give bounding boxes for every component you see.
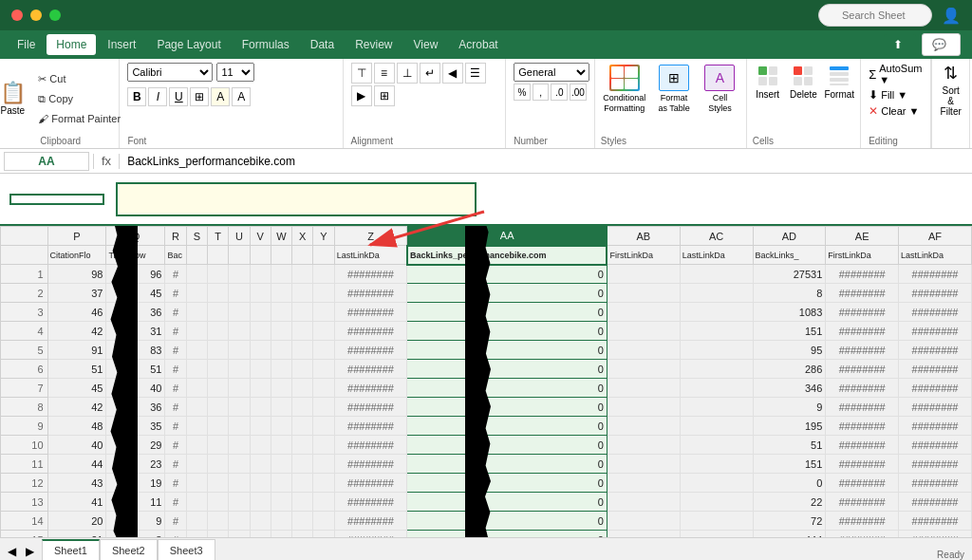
cell-AF-6[interactable]: ########: [899, 379, 972, 398]
cell-P-8[interactable]: 48: [47, 417, 106, 436]
cell-V-12[interactable]: [250, 493, 271, 512]
cell-Y-4[interactable]: [313, 341, 334, 360]
cell-V-11[interactable]: [250, 474, 271, 493]
cell-Q-10[interactable]: 23: [106, 455, 165, 474]
cell-S-6[interactable]: [186, 379, 207, 398]
col-header-X[interactable]: X: [292, 227, 313, 246]
bold-button[interactable]: B: [127, 87, 146, 106]
cell-AF-13[interactable]: ########: [899, 512, 972, 531]
cell-AD-5[interactable]: 286: [753, 360, 826, 379]
col-header-R[interactable]: R: [165, 227, 186, 246]
cell-AF-3[interactable]: ########: [899, 322, 972, 341]
cell-P-6[interactable]: 45: [47, 379, 106, 398]
close-btn[interactable]: [11, 9, 23, 21]
cell-Y-9[interactable]: [313, 436, 334, 455]
cell-T-5[interactable]: [207, 360, 228, 379]
cell-AF-7[interactable]: ########: [899, 398, 972, 417]
cell-V-8[interactable]: [250, 417, 271, 436]
cell-T-1[interactable]: [207, 284, 228, 303]
cell-AF-1[interactable]: ########: [899, 284, 972, 303]
col-header-AA[interactable]: AA: [407, 227, 608, 246]
cell-W-9[interactable]: [271, 436, 291, 455]
cell-U-8[interactable]: [229, 417, 250, 436]
cell-Z-0[interactable]: ########: [334, 265, 407, 284]
cell-Z-14[interactable]: ########: [334, 531, 407, 538]
cell-P-13[interactable]: 20: [47, 512, 106, 531]
cell-U-4[interactable]: [229, 341, 250, 360]
clear-button[interactable]: ✕ Clear ▼: [869, 104, 923, 118]
cell-AA-2[interactable]: 0: [407, 303, 608, 322]
cell-AD-12[interactable]: 22: [753, 493, 826, 512]
cell-AB-14[interactable]: [607, 531, 680, 538]
cell-T-7[interactable]: [207, 398, 228, 417]
cell-X-2[interactable]: [292, 303, 313, 322]
sort-filter-icon[interactable]: ⇅: [944, 63, 958, 84]
align-right-button[interactable]: ▶: [351, 85, 372, 106]
search-input[interactable]: [818, 4, 932, 27]
cell-R-3[interactable]: #: [165, 322, 186, 341]
user-icon[interactable]: 👤: [942, 7, 961, 25]
cell-Q-0[interactable]: 96: [106, 265, 165, 284]
cell-Y-1[interactable]: [313, 284, 334, 303]
copy-button[interactable]: ⧉ Copy: [33, 90, 125, 108]
cell-T-9[interactable]: [207, 436, 228, 455]
cell-AD-10[interactable]: 151: [753, 455, 826, 474]
cell-W-5[interactable]: [271, 360, 291, 379]
cell-P-10[interactable]: 44: [47, 455, 106, 474]
table-row[interactable]: 14209#########072################: [1, 512, 972, 531]
delete-button[interactable]: Delete: [789, 63, 819, 100]
cell-U-13[interactable]: [229, 512, 250, 531]
cell-AE-7[interactable]: ########: [826, 398, 899, 417]
minimize-btn[interactable]: [30, 9, 42, 21]
cell-AA-4[interactable]: 0: [407, 341, 608, 360]
cell-AD-14[interactable]: 444: [753, 531, 826, 538]
cell-Q-12[interactable]: 11: [106, 493, 165, 512]
cell-X-9[interactable]: [292, 436, 313, 455]
cell-AD-3[interactable]: 151: [753, 322, 826, 341]
cell-Q-5[interactable]: 51: [106, 360, 165, 379]
cell-T-12[interactable]: [207, 493, 228, 512]
cell-Q-1[interactable]: 45: [106, 284, 165, 303]
cell-AE-8[interactable]: ########: [826, 417, 899, 436]
cell-Z-13[interactable]: ########: [334, 512, 407, 531]
align-left-button[interactable]: ◀: [442, 63, 463, 84]
cell-AC-11[interactable]: [680, 474, 753, 493]
cell-AC-12[interactable]: [680, 493, 753, 512]
cell-S-13[interactable]: [186, 512, 207, 531]
cell-AD-7[interactable]: 9: [753, 398, 826, 417]
cell-AF-2[interactable]: ########: [899, 303, 972, 322]
cell-Z-8[interactable]: ########: [334, 417, 407, 436]
cell-AC-5[interactable]: [680, 360, 753, 379]
cell-R-5[interactable]: #: [165, 360, 186, 379]
cell-Y-11[interactable]: [313, 474, 334, 493]
sheet-nav-right[interactable]: ▶: [22, 543, 38, 560]
cell-W-12[interactable]: [271, 493, 291, 512]
cell-AF-12[interactable]: ########: [899, 493, 972, 512]
cell-Z-5[interactable]: ########: [334, 360, 407, 379]
cell-AB-2[interactable]: [607, 303, 680, 322]
cell-W-6[interactable]: [271, 379, 291, 398]
cell-Z-2[interactable]: ########: [334, 303, 407, 322]
cell-U-9[interactable]: [229, 436, 250, 455]
cell-W-1[interactable]: [271, 284, 291, 303]
cell-AD-6[interactable]: 346: [753, 379, 826, 398]
cell-AF-8[interactable]: ########: [899, 417, 972, 436]
cell-X-5[interactable]: [292, 360, 313, 379]
cell-V-4[interactable]: [250, 341, 271, 360]
cell-Y-7[interactable]: [313, 398, 334, 417]
tab-view[interactable]: View: [404, 34, 448, 55]
cell-AB-10[interactable]: [607, 455, 680, 474]
cell-AD-8[interactable]: 195: [753, 417, 826, 436]
paste-button[interactable]: 📋 Paste: [0, 71, 29, 126]
cell-Z-10[interactable]: ########: [334, 455, 407, 474]
cell-AF-4[interactable]: ########: [899, 341, 972, 360]
cell-P-11[interactable]: 43: [47, 474, 106, 493]
cell-AC-9[interactable]: [680, 436, 753, 455]
increase-decimal-button[interactable]: .00: [570, 84, 587, 101]
cell-AE-12[interactable]: ########: [826, 493, 899, 512]
cell-Q-6[interactable]: 40: [106, 379, 165, 398]
cell-AB-5[interactable]: [607, 360, 680, 379]
sheet-tab-2[interactable]: Sheet2: [100, 539, 158, 560]
cell-AB-3[interactable]: [607, 322, 680, 341]
cell-AB-8[interactable]: [607, 417, 680, 436]
